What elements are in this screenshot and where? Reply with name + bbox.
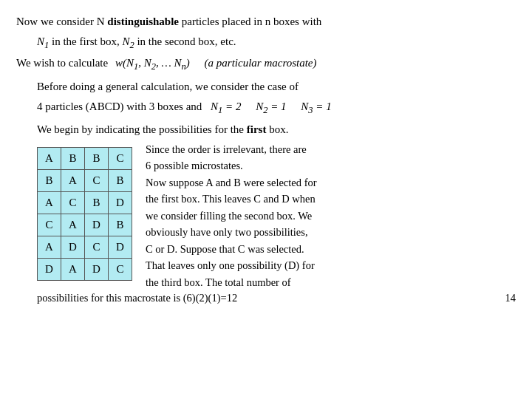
rt-line5: we consider filling the second box. We <box>146 208 317 224</box>
before-line: Before doing a general calculation, we c… <box>37 78 516 95</box>
two-column-section: ABBCBACBACBDCADBADCDDADC Since the order… <box>37 141 516 290</box>
rt-line2: 6 possible microstates. <box>146 157 317 174</box>
possibilities-table: ABBCBACBACBDCADBADCDDADC <box>37 147 132 281</box>
table-cell: D <box>61 236 85 258</box>
table-cell: D <box>85 258 109 280</box>
rt-line9: the third box. The total number of <box>146 274 317 290</box>
n2-symbol: N2 <box>122 35 134 47</box>
eq2-formula: N2 = 1 <box>256 100 286 112</box>
eq3-formula: N3 = 1 <box>301 100 331 112</box>
table-cell: A <box>38 236 61 258</box>
rt-line4: the first box. This leaves C and D when <box>146 191 317 207</box>
table-cell: A <box>61 214 85 236</box>
table-cell: B <box>38 169 61 191</box>
table-cell: A <box>38 191 61 214</box>
header-text-start: Now we consider N <box>16 16 107 27</box>
table-cell: A <box>61 169 85 191</box>
n1-symbol: N1 <box>37 35 49 47</box>
header-text-end: particles placed in n boxes with <box>179 16 321 27</box>
table-cell: B <box>109 214 132 236</box>
wish-line: We wish to calculate w(N1, N2, … Nn) (a … <box>16 55 516 74</box>
page-number: 14 <box>505 292 516 304</box>
table-cell: C <box>109 147 132 169</box>
rt-line1: Since the order is irrelevant, there are <box>146 141 317 157</box>
rt-line6: obviously have only two possibilities, <box>146 224 317 240</box>
table-cell: B <box>61 147 85 169</box>
table-cell: C <box>109 258 132 280</box>
table-cell: A <box>61 258 85 280</box>
rt-line7: C or D. Suppose that C was selected. <box>146 241 317 257</box>
four-particles-line: 4 particles (ABCD) with 3 boxes and N1 =… <box>37 98 516 117</box>
four-particles-text: 4 particles (ABCD) with 3 boxes and <box>37 100 202 112</box>
eq1-formula: N1 = 2 <box>211 100 241 112</box>
first-box-line: We begin by indicating the possibilities… <box>37 121 516 138</box>
wish-formula: w(N1, N2, … Nn) <box>115 57 193 69</box>
table-cell: D <box>109 191 132 214</box>
table-cell: B <box>85 147 109 169</box>
distinguishable-word: distinguishable <box>107 16 179 27</box>
possibilities-line: possibilities for this macrostate is (6)… <box>37 292 516 304</box>
first-box-suffix: box. <box>266 123 288 135</box>
table-cell: C <box>85 169 109 191</box>
table-cell: D <box>38 258 61 280</box>
table-cell: C <box>85 236 109 258</box>
wish-prefix: We wish to calculate <box>16 57 108 69</box>
table-cell: C <box>38 214 61 236</box>
first-box-prefix: We begin by indicating the possibilities… <box>37 123 247 135</box>
first-bold: first <box>247 123 267 135</box>
table-cell: A <box>38 147 61 169</box>
second-box-text: in the second box, etc. <box>137 35 236 47</box>
table-cell: D <box>109 236 132 258</box>
possibilities-text: possibilities for this macrostate is (6)… <box>37 292 237 304</box>
right-text-block: Since the order is irrelevant, there are… <box>146 141 317 290</box>
rt-line8: That leaves only one possibility (D) for <box>146 257 317 273</box>
table-cell: B <box>85 191 109 214</box>
table-cell: B <box>109 169 132 191</box>
table-cell: C <box>61 191 85 214</box>
content-area: Now we consider N distinguishable partic… <box>16 13 516 398</box>
first-box-text: in the first box, <box>52 35 122 47</box>
header-line1: Now we consider N distinguishable partic… <box>16 13 516 30</box>
table-cell: D <box>85 214 109 236</box>
particular-macrostate: (a particular macrostate) <box>205 57 317 69</box>
rt-line3: Now suppose A and B were selected for <box>146 174 317 191</box>
header-line2: N1 in the first box, N2 in the second bo… <box>37 33 516 52</box>
